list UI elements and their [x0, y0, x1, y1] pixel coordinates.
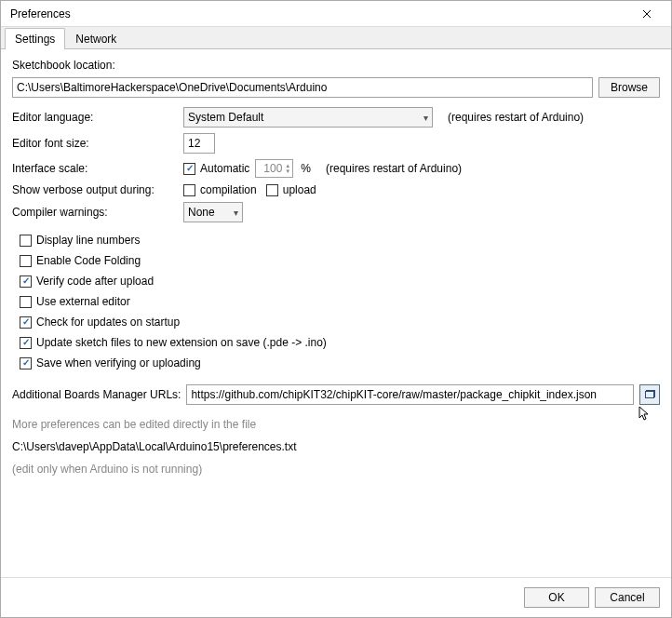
- external-editor-label: Use external editor: [36, 295, 130, 308]
- verbose-label: Show verbose output during:: [12, 183, 178, 196]
- window-icon: [645, 391, 654, 398]
- scale-spinner[interactable]: 100 ▲▼: [255, 159, 293, 178]
- language-select[interactable]: System Default ▾: [183, 107, 433, 128]
- warnings-select[interactable]: None ▾: [183, 202, 243, 222]
- tabbar: Settings Network: [1, 27, 671, 49]
- browse-button[interactable]: Browse: [598, 77, 660, 98]
- scale-label: Interface scale:: [12, 162, 178, 175]
- fontsize-label: Editor font size:: [12, 137, 178, 150]
- checkbox-icon: ✓: [183, 163, 195, 175]
- chevron-down-icon: ▾: [234, 208, 238, 218]
- verify-upload-checkbox[interactable]: ✓Verify code after upload: [20, 275, 660, 288]
- close-button[interactable]: [628, 2, 665, 26]
- boards-expand-button[interactable]: [639, 384, 660, 405]
- button-row: OK Cancel: [1, 577, 671, 617]
- checkbox-icon: ✓: [20, 316, 32, 329]
- checkbox-icon: ✓: [20, 357, 32, 369]
- compilation-label: compilation: [200, 183, 257, 196]
- compilation-checkbox[interactable]: compilation: [183, 183, 257, 196]
- checkbox-icon: [20, 296, 32, 308]
- checkbox-icon: [20, 235, 32, 247]
- save-verify-label: Save when verifying or uploading: [36, 356, 201, 369]
- language-value: System Default: [188, 111, 263, 124]
- warnings-label: Compiler warnings:: [12, 206, 178, 219]
- tab-network[interactable]: Network: [65, 28, 127, 49]
- fontsize-input[interactable]: [183, 133, 215, 154]
- update-ext-checkbox[interactable]: ✓Update sketch files to new extension on…: [20, 336, 660, 349]
- sketchbook-input[interactable]: [12, 77, 593, 98]
- tab-content: Sketchbook location: Browse Editor langu…: [1, 49, 671, 577]
- language-hint: (requires restart of Arduino): [448, 111, 584, 124]
- ok-button[interactable]: OK: [524, 587, 589, 608]
- checkbox-icon: ✓: [20, 337, 32, 349]
- checkbox-icon: ✓: [20, 275, 32, 288]
- footer-path[interactable]: C:\Users\davep\AppData\Local\Arduino15\p…: [12, 440, 660, 453]
- upload-checkbox[interactable]: upload: [266, 183, 316, 196]
- scale-value: 100: [260, 162, 282, 175]
- external-editor-checkbox[interactable]: Use external editor: [20, 295, 660, 308]
- verify-upload-label: Verify code after upload: [36, 275, 154, 288]
- scale-hint: (requires restart of Arduino): [326, 162, 462, 175]
- boards-label: Additional Boards Manager URLs:: [12, 388, 181, 401]
- save-verify-checkbox[interactable]: ✓Save when verifying or uploading: [20, 356, 660, 369]
- line-numbers-label: Display line numbers: [36, 234, 140, 247]
- sketchbook-label: Sketchbook location:: [12, 59, 660, 72]
- check-updates-checkbox[interactable]: ✓Check for updates on startup: [20, 316, 660, 329]
- close-icon: [642, 9, 652, 19]
- tab-settings[interactable]: Settings: [5, 28, 65, 49]
- checkbox-icon: [266, 184, 278, 196]
- boards-url-input[interactable]: [186, 384, 634, 405]
- chevron-down-icon: ▾: [423, 113, 428, 123]
- warnings-value: None: [188, 206, 215, 219]
- check-updates-label: Check for updates on startup: [36, 316, 180, 329]
- code-folding-checkbox[interactable]: Enable Code Folding: [20, 254, 660, 267]
- percent-label: %: [301, 162, 311, 175]
- checkbox-icon: [183, 184, 195, 196]
- automatic-label: Automatic: [200, 162, 249, 175]
- line-numbers-checkbox[interactable]: Display line numbers: [20, 234, 660, 247]
- language-label: Editor language:: [12, 111, 178, 124]
- footer-note: More preferences can be edited directly …: [12, 418, 660, 431]
- code-folding-label: Enable Code Folding: [36, 254, 141, 267]
- spinner-down-icon[interactable]: ▼: [285, 168, 290, 174]
- cancel-button[interactable]: Cancel: [595, 587, 660, 608]
- window-title: Preferences: [10, 7, 71, 20]
- update-ext-label: Update sketch files to new extension on …: [36, 336, 327, 349]
- upload-label: upload: [283, 183, 316, 196]
- footer-running: (edit only when Arduino is not running): [12, 463, 660, 476]
- automatic-checkbox[interactable]: ✓ Automatic: [183, 162, 249, 175]
- checkbox-icon: [20, 255, 32, 267]
- titlebar: Preferences: [1, 1, 671, 27]
- preferences-window: Preferences Settings Network Sketchbook …: [0, 0, 672, 618]
